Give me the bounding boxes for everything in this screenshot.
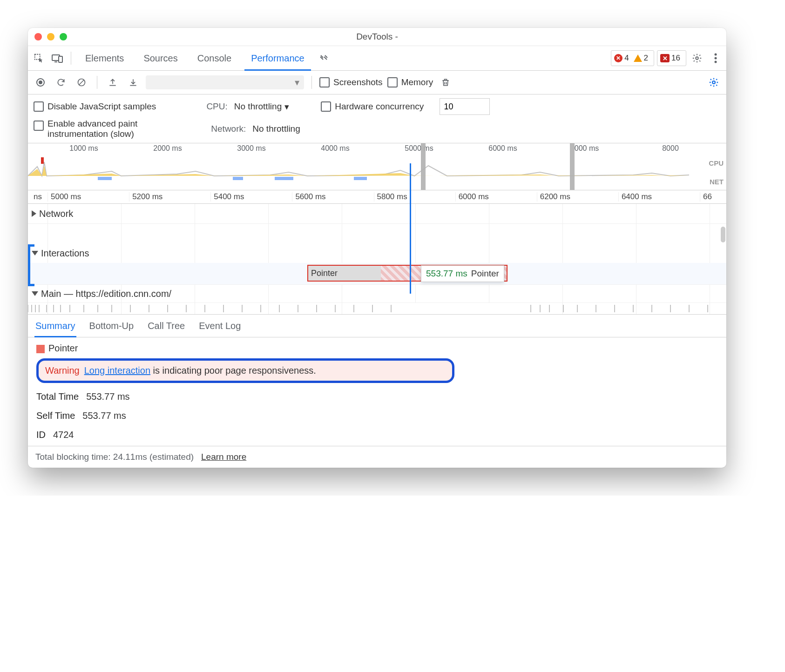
capture-settings-icon[interactable] [706, 74, 722, 90]
color-swatch [36, 345, 45, 353]
error-count: 4 [624, 54, 629, 63]
svg-point-6 [715, 61, 717, 63]
cpu-lane-label: CPU [709, 159, 724, 167]
collapse-icon[interactable] [32, 251, 38, 255]
pointer-event-label: Pointer [308, 266, 381, 281]
learn-more-link[interactable]: Learn more [201, 452, 246, 462]
window-title: DevTools - [28, 32, 726, 42]
trash-icon[interactable] [438, 74, 453, 90]
network-throttle-select[interactable]: No throttling [252, 124, 300, 134]
more-tabs-icon[interactable] [316, 50, 332, 66]
ext-icon: ✕ [660, 54, 670, 62]
flame-chart[interactable]: Network Interactions Pointer Main — http… [28, 204, 726, 314]
tooltip-name: Pointer [471, 269, 499, 278]
error-icon: ✕ [614, 54, 623, 62]
details-tabbar: Summary Bottom-Up Call Tree Event Log [28, 314, 726, 337]
chevron-down-icon: ▾ [284, 101, 289, 112]
flame-ruler[interactable]: ns 5000 ms 5200 ms 5400 ms 5600 ms 5800 … [28, 190, 726, 204]
network-label: Network: [211, 124, 246, 134]
scrollbar-thumb[interactable] [721, 227, 725, 242]
tooltip-duration: 553.77 ms [426, 269, 467, 278]
collapse-icon[interactable] [32, 291, 38, 296]
divider [71, 52, 71, 65]
cpu-throttle-select[interactable]: No throttling ▾ [234, 101, 289, 112]
advanced-paint-checkbox[interactable]: Enable advanced paint instrumentation (s… [34, 119, 137, 139]
cpu-sparkline [28, 153, 689, 181]
hardware-concurrency-input[interactable] [440, 98, 490, 115]
advanced-paint-label: Enable advanced paint instrumentation (s… [47, 119, 137, 139]
footer: Total blocking time: 24.11ms (estimated)… [28, 446, 726, 468]
summary-title: Pointer [36, 343, 718, 354]
id-row: ID4724 [36, 430, 718, 440]
track-main-label: Main — https://edition.cnn.com/ [41, 289, 171, 299]
tab-sources[interactable]: Sources [135, 46, 186, 70]
record-icon[interactable] [33, 74, 48, 90]
memory-label: Memory [401, 77, 433, 87]
current-time-marker[interactable] [410, 163, 411, 294]
timeline-overview[interactable]: 1000 ms 2000 ms 3000 ms 4000 ms 5000 ms … [28, 143, 726, 190]
tab-event-log[interactable]: Event Log [199, 315, 241, 337]
track-interactions-label: Interactions [41, 248, 89, 259]
inspect-icon[interactable] [31, 50, 47, 66]
tab-elements[interactable]: Elements [77, 46, 132, 70]
upload-icon[interactable] [105, 74, 121, 90]
summary-pane: Pointer Warning Long interaction is indi… [28, 337, 726, 446]
track-interactions[interactable]: Interactions [28, 243, 726, 263]
ext-count: 16 [671, 54, 680, 63]
tab-summary[interactable]: Summary [35, 315, 75, 337]
ext-counter[interactable]: ✕ 16 [657, 50, 686, 66]
cpu-throttle-value: No throttling [234, 101, 282, 112]
track-network-label: Network [39, 208, 73, 219]
device-toggle-icon[interactable] [49, 50, 65, 66]
svg-point-5 [715, 57, 717, 60]
warning-icon [634, 54, 642, 62]
track-network[interactable]: Network [28, 204, 726, 224]
clear-icon[interactable] [74, 74, 89, 90]
expand-icon[interactable] [32, 210, 36, 217]
panel-tabbar: Elements Sources Console Performance ✕ 4… [28, 46, 726, 71]
track-network-lane [28, 224, 726, 243]
capture-settings-row1: Disable JavaScript samples CPU: No throt… [28, 94, 726, 119]
hardware-concurrency-label: Hardware concurrency [335, 101, 424, 112]
tab-call-tree[interactable]: Call Tree [148, 315, 185, 337]
track-main[interactable]: Main — https://edition.cnn.com/ [28, 285, 726, 303]
hardware-concurrency-checkbox[interactable]: Hardware concurrency [321, 101, 424, 112]
interaction-tooltip: 553.77 msPointer [421, 265, 504, 282]
self-time-row: Self Time553.77 ms [36, 410, 718, 421]
overview-ticks: 1000 ms 2000 ms 3000 ms 4000 ms 5000 ms … [28, 143, 726, 154]
long-interaction-link[interactable]: Long interaction [84, 365, 150, 376]
total-time-row: Total Time553.77 ms [36, 391, 718, 402]
screenshots-checkbox[interactable]: Screenshots [319, 77, 383, 87]
tab-performance[interactable]: Performance [243, 46, 313, 70]
recording-select[interactable]: ▾ [146, 75, 304, 89]
overview-handle-left[interactable] [421, 143, 426, 190]
titlebar: DevTools - [28, 28, 726, 46]
chevron-down-icon: ▾ [295, 77, 299, 88]
net-lane-label: NET [710, 178, 724, 186]
svg-point-4 [715, 54, 717, 56]
overview-handle-right[interactable] [570, 143, 575, 190]
reload-icon[interactable] [53, 74, 69, 90]
kebab-icon[interactable] [708, 50, 724, 66]
tbt-text: Total blocking time: 24.11ms (estimated) [35, 452, 194, 462]
svg-rect-2 [59, 56, 62, 62]
error-counter[interactable]: ✕ 4 2 [611, 50, 654, 66]
warning-count: 2 [644, 54, 648, 63]
tab-bottom-up[interactable]: Bottom-Up [89, 315, 134, 337]
gear-icon[interactable] [689, 50, 705, 66]
memory-checkbox[interactable]: Memory [387, 77, 433, 87]
net-bars [28, 177, 698, 181]
disable-js-label: Disable JavaScript samples [47, 101, 156, 112]
interactions-lane: Pointer [28, 263, 726, 285]
svg-rect-11 [41, 157, 44, 164]
capture-settings-row2: Enable advanced paint instrumentation (s… [28, 119, 726, 143]
divider [97, 76, 97, 89]
devtools-window: DevTools - Elements Sources Console Perf… [28, 28, 726, 468]
download-icon[interactable] [125, 74, 141, 90]
svg-rect-12 [396, 303, 526, 314]
disable-js-checkbox[interactable]: Disable JavaScript samples [34, 101, 156, 112]
cpu-label: CPU: [206, 101, 227, 112]
tab-console[interactable]: Console [189, 46, 240, 70]
performance-toolbar: ▾ Screenshots Memory [28, 71, 726, 94]
screenshots-label: Screenshots [333, 77, 383, 87]
